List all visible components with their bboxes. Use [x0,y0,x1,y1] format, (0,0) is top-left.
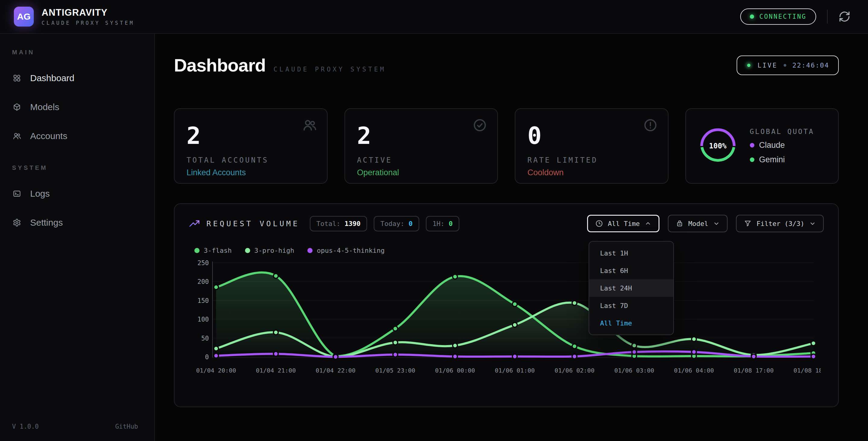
legend-label: 3-flash [204,247,232,254]
live-label: LIVE [757,62,778,69]
stat-value: 0 [527,122,656,149]
sidebar-item-logs[interactable]: Logs [0,179,154,208]
svg-text:01/06 04:00: 01/06 04:00 [674,367,714,374]
stat-sublabel: Operational [357,168,486,177]
chart-badge-today: Today:0 [374,216,419,231]
time-range-button[interactable]: All Time [587,215,659,232]
svg-text:0: 0 [205,354,209,361]
stat-cards-row: 2TOTAL ACCOUNTSLinked Accounts2ACTIVEOpe… [174,108,839,184]
sidebar-item-accounts[interactable]: Accounts [0,122,154,150]
time-range-dropdown: Last 1HLast 6HLast 24HLast 7DAll Time [589,241,674,335]
stat-value: 2 [187,122,315,149]
svg-text:01/04 21:00: 01/04 21:00 [256,367,296,374]
legend-item-opus-4-5-thinking[interactable]: opus-4-5-thinking [307,247,384,254]
dropdown-item-all-time[interactable]: All Time [589,314,673,332]
grid-icon [13,74,21,82]
dropdown-item-last-1h[interactable]: Last 1H [589,244,673,262]
github-link[interactable]: GitHub [115,423,138,430]
sidebar-item-dashboard[interactable]: Dashboard [0,64,154,93]
sidebar: MAINDashboardModelsAccountsSYSTEMLogsSet… [0,34,155,441]
trending-up-icon [189,218,200,229]
sidebar-item-label: Dashboard [30,73,74,83]
global-quota-card: 100%GLOBAL QUOTAClaudeGemini [685,108,839,184]
dropdown-item-last-7d[interactable]: Last 7D [589,297,673,314]
legend-label: 3-pro-high [254,247,294,254]
sidebar-section-label: SYSTEM [12,165,154,171]
svg-text:01/04 22:00: 01/04 22:00 [315,367,355,374]
sidebar-item-models[interactable]: Models [0,93,154,122]
stat-sublabel: Cooldown [527,168,656,177]
dropdown-item-last-6h[interactable]: Last 6H [589,262,673,279]
quota-legend-label: Claude [759,141,785,150]
brand-name: ANTIGRAVITY [41,7,134,18]
page-subtitle: CLAUDE PROXY SYSTEM [273,66,386,73]
connection-status-badge: CONNECTING [740,8,816,25]
chart-badge-1h: 1H:0 [426,216,459,231]
check-circle-icon [472,118,487,133]
svg-text:01/08 17:00: 01/08 17:00 [734,367,774,374]
dropdown-item-last-24h[interactable]: Last 24H [589,279,673,297]
legend-item-3-flash[interactable]: 3-flash [194,247,232,254]
svg-text:01/08 18:00: 01/08 18:00 [794,367,821,374]
separator-dot-icon [784,64,786,67]
svg-text:01/06 02:00: 01/06 02:00 [555,367,594,374]
svg-text:01/06 00:00: 01/06 00:00 [435,367,475,374]
chart-stat-badges: Total:1390Today:01H:0 [310,216,459,231]
badge-label: 1H: [433,220,444,228]
svg-text:100: 100 [197,316,209,323]
stat-card-total-accounts: 2TOTAL ACCOUNTSLinked Accounts [174,108,328,184]
line-chart: 05010015020025001/04 20:0001/04 21:0001/… [189,260,824,379]
stat-label: TOTAL ACCOUNTS [187,156,315,165]
chevron-up-icon [645,220,651,227]
badge-label: Today: [380,220,404,228]
quota-percent: 100% [698,126,738,166]
stat-card-active: 2ACTIVEOperational [344,108,498,184]
stat-sublabel: Linked Accounts [187,168,315,177]
badge-value: 0 [449,220,453,228]
top-navbar: AG ANTIGRAVITY CLAUDE PROXY SYSTEM CONNE… [0,0,868,34]
chart-badge-total: Total:1390 [310,216,367,231]
model-filter-button[interactable]: Model [668,215,727,232]
chevron-down-icon [809,220,816,227]
filter-button[interactable]: Filter (3/3) [736,215,824,232]
sidebar-item-settings[interactable]: Settings [0,208,154,237]
main-content: Dashboard CLAUDE PROXY SYSTEM LIVE 22:46… [155,34,868,441]
svg-text:01/06 03:00: 01/06 03:00 [614,367,654,374]
legend-dot-icon [750,143,754,147]
sidebar-section-label: MAIN [12,49,154,56]
terminal-icon [13,189,21,198]
svg-text:150: 150 [197,297,209,304]
cube-icon [13,103,21,111]
brand-block: ANTIGRAVITY CLAUDE PROXY SYSTEM [41,7,134,26]
chart-legend: 3-flash3-pro-highopus-4-5-thinking [189,247,824,254]
model-button-label: Model [688,220,708,228]
request-volume-card: REQUEST VOLUME Total:1390Today:01H:0 All… [174,203,839,407]
refresh-icon[interactable] [838,10,850,23]
stat-card-rate-limited: 0RATE LIMITEDCooldown [515,108,669,184]
svg-text:01/04 20:00: 01/04 20:00 [196,367,236,374]
svg-text:50: 50 [201,335,209,342]
sidebar-item-label: Models [30,102,59,112]
legend-dot-icon [307,248,313,253]
quota-label: GLOBAL QUOTA [750,127,814,136]
quota-legend-item: Gemini [750,155,814,165]
navbar-divider [827,10,828,24]
sidebar-item-label: Accounts [30,131,67,141]
stat-label: ACTIVE [357,156,486,165]
legend-dot-icon [750,157,754,162]
legend-label: opus-4-5-thinking [317,247,384,254]
users-icon [13,132,21,140]
svg-text:250: 250 [197,260,209,267]
live-dot-icon [746,63,751,68]
live-status-badge: LIVE 22:46:04 [737,56,839,75]
filter-button-label: Filter (3/3) [756,220,804,228]
live-clock: 22:46:04 [792,62,829,69]
box-icon [676,219,684,228]
time-range-label: All Time [608,220,640,228]
legend-dot-icon [245,248,250,253]
legend-item-3-pro-high[interactable]: 3-pro-high [245,247,294,254]
chevron-down-icon [713,220,720,227]
sidebar-item-label: Logs [30,188,50,199]
app-logo: AG [14,7,34,27]
stat-value: 2 [357,122,486,149]
